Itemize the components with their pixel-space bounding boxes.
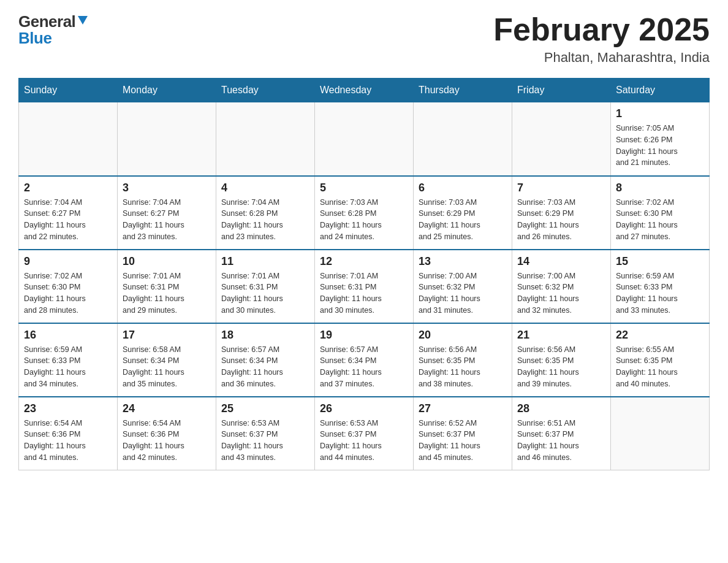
calendar-row-4: 23Sunrise: 6:54 AM Sunset: 6:36 PM Dayli… — [19, 397, 710, 470]
day-number-3: 3 — [123, 182, 211, 194]
calendar-cell-w3-d3: 19Sunrise: 6:57 AM Sunset: 6:34 PM Dayli… — [315, 323, 414, 397]
day-info-19: Sunrise: 6:57 AM Sunset: 6:34 PM Dayligh… — [320, 344, 408, 390]
day-number-10: 10 — [123, 255, 211, 268]
calendar-cell-w4-d5: 28Sunrise: 6:51 AM Sunset: 6:37 PM Dayli… — [512, 397, 611, 470]
day-number-2: 2 — [24, 182, 112, 194]
day-info-3: Sunrise: 7:04 AM Sunset: 6:27 PM Dayligh… — [123, 197, 211, 243]
header-saturday: Saturday — [611, 79, 710, 102]
calendar-cell-w0-d5 — [512, 102, 611, 176]
calendar-cell-w0-d1 — [118, 102, 216, 176]
calendar-cell-w1-d2: 4Sunrise: 7:04 AM Sunset: 6:28 PM Daylig… — [216, 176, 315, 250]
calendar-cell-w0-d0 — [19, 102, 118, 176]
calendar-cell-w2-d0: 9Sunrise: 7:02 AM Sunset: 6:30 PM Daylig… — [19, 250, 118, 323]
calendar-cell-w2-d4: 13Sunrise: 7:00 AM Sunset: 6:32 PM Dayli… — [414, 250, 512, 323]
calendar-cell-w4-d2: 25Sunrise: 6:53 AM Sunset: 6:37 PM Dayli… — [216, 397, 315, 470]
calendar-cell-w4-d3: 26Sunrise: 6:53 AM Sunset: 6:37 PM Dayli… — [315, 397, 414, 470]
calendar-cell-w0-d4 — [414, 102, 512, 176]
day-number-8: 8 — [616, 182, 704, 194]
day-info-2: Sunrise: 7:04 AM Sunset: 6:27 PM Dayligh… — [24, 197, 112, 243]
day-number-24: 24 — [123, 402, 211, 415]
day-number-22: 22 — [616, 329, 704, 342]
calendar-table: Sunday Monday Tuesday Wednesday Thursday… — [18, 78, 710, 470]
weekday-header-row: Sunday Monday Tuesday Wednesday Thursday… — [19, 79, 710, 102]
day-info-25: Sunrise: 6:53 AM Sunset: 6:37 PM Dayligh… — [221, 418, 309, 464]
day-number-21: 21 — [517, 329, 605, 342]
day-number-17: 17 — [123, 329, 211, 342]
calendar-cell-w2-d6: 15Sunrise: 6:59 AM Sunset: 6:33 PM Dayli… — [611, 250, 710, 323]
day-number-13: 13 — [419, 255, 507, 268]
calendar-cell-w1-d3: 5Sunrise: 7:03 AM Sunset: 6:28 PM Daylig… — [315, 176, 414, 250]
day-info-26: Sunrise: 6:53 AM Sunset: 6:37 PM Dayligh… — [320, 418, 408, 464]
calendar-cell-w4-d4: 27Sunrise: 6:52 AM Sunset: 6:37 PM Dayli… — [414, 397, 512, 470]
calendar-row-2: 9Sunrise: 7:02 AM Sunset: 6:30 PM Daylig… — [19, 250, 710, 323]
calendar-cell-w2-d2: 11Sunrise: 7:01 AM Sunset: 6:31 PM Dayli… — [216, 250, 315, 323]
logo-triangle-icon — [78, 16, 88, 25]
calendar-cell-w4-d1: 24Sunrise: 6:54 AM Sunset: 6:36 PM Dayli… — [118, 397, 216, 470]
day-info-4: Sunrise: 7:04 AM Sunset: 6:28 PM Dayligh… — [221, 197, 309, 243]
day-number-5: 5 — [320, 182, 408, 194]
day-info-20: Sunrise: 6:56 AM Sunset: 6:35 PM Dayligh… — [419, 344, 507, 390]
calendar-cell-w3-d4: 20Sunrise: 6:56 AM Sunset: 6:35 PM Dayli… — [414, 323, 512, 397]
day-info-21: Sunrise: 6:56 AM Sunset: 6:35 PM Dayligh… — [517, 344, 605, 390]
calendar-row-1: 2Sunrise: 7:04 AM Sunset: 6:27 PM Daylig… — [19, 176, 710, 250]
calendar-cell-w3-d2: 18Sunrise: 6:57 AM Sunset: 6:34 PM Dayli… — [216, 323, 315, 397]
calendar-cell-w1-d0: 2Sunrise: 7:04 AM Sunset: 6:27 PM Daylig… — [19, 176, 118, 250]
title-block: February 2025 Phaltan, Maharashtra, Indi… — [493, 12, 710, 66]
day-number-9: 9 — [24, 255, 112, 268]
day-info-15: Sunrise: 6:59 AM Sunset: 6:33 PM Dayligh… — [616, 270, 704, 316]
day-number-1: 1 — [616, 107, 704, 120]
day-info-16: Sunrise: 6:59 AM Sunset: 6:33 PM Dayligh… — [24, 344, 112, 390]
calendar-cell-w0-d3 — [315, 102, 414, 176]
day-info-1: Sunrise: 7:05 AM Sunset: 6:26 PM Dayligh… — [616, 123, 704, 169]
day-number-28: 28 — [517, 402, 605, 415]
day-number-25: 25 — [221, 402, 309, 415]
day-info-6: Sunrise: 7:03 AM Sunset: 6:29 PM Dayligh… — [419, 197, 507, 243]
day-info-7: Sunrise: 7:03 AM Sunset: 6:29 PM Dayligh… — [517, 197, 605, 243]
calendar-cell-w4-d0: 23Sunrise: 6:54 AM Sunset: 6:36 PM Dayli… — [19, 397, 118, 470]
calendar-cell-w3-d5: 21Sunrise: 6:56 AM Sunset: 6:35 PM Dayli… — [512, 323, 611, 397]
day-info-11: Sunrise: 7:01 AM Sunset: 6:31 PM Dayligh… — [221, 270, 309, 316]
calendar-cell-w2-d3: 12Sunrise: 7:01 AM Sunset: 6:31 PM Dayli… — [315, 250, 414, 323]
calendar-row-3: 16Sunrise: 6:59 AM Sunset: 6:33 PM Dayli… — [19, 323, 710, 397]
calendar-cell-w3-d6: 22Sunrise: 6:55 AM Sunset: 6:35 PM Dayli… — [611, 323, 710, 397]
calendar-cell-w0-d6: 1Sunrise: 7:05 AM Sunset: 6:26 PM Daylig… — [611, 102, 710, 176]
day-number-7: 7 — [517, 182, 605, 194]
day-info-17: Sunrise: 6:58 AM Sunset: 6:34 PM Dayligh… — [123, 344, 211, 390]
header-friday: Friday — [512, 79, 611, 102]
day-info-18: Sunrise: 6:57 AM Sunset: 6:34 PM Dayligh… — [221, 344, 309, 390]
logo: General Blue — [18, 12, 88, 48]
day-info-14: Sunrise: 7:00 AM Sunset: 6:32 PM Dayligh… — [517, 270, 605, 316]
day-number-11: 11 — [221, 255, 309, 268]
day-info-27: Sunrise: 6:52 AM Sunset: 6:37 PM Dayligh… — [419, 418, 507, 464]
logo-blue-text: Blue — [18, 29, 51, 47]
day-number-12: 12 — [320, 255, 408, 268]
day-number-23: 23 — [24, 402, 112, 415]
header-tuesday: Tuesday — [216, 79, 315, 102]
calendar-cell-w3-d1: 17Sunrise: 6:58 AM Sunset: 6:34 PM Dayli… — [118, 323, 216, 397]
day-info-8: Sunrise: 7:02 AM Sunset: 6:30 PM Dayligh… — [616, 197, 704, 243]
calendar-row-0: 1Sunrise: 7:05 AM Sunset: 6:26 PM Daylig… — [19, 102, 710, 176]
day-info-22: Sunrise: 6:55 AM Sunset: 6:35 PM Dayligh… — [616, 344, 704, 390]
day-number-26: 26 — [320, 402, 408, 415]
calendar-cell-w1-d6: 8Sunrise: 7:02 AM Sunset: 6:30 PM Daylig… — [611, 176, 710, 250]
day-info-23: Sunrise: 6:54 AM Sunset: 6:36 PM Dayligh… — [24, 418, 112, 464]
day-number-19: 19 — [320, 329, 408, 342]
month-title: February 2025 — [493, 12, 710, 47]
page-header: General Blue February 2025 Phaltan, Maha… — [18, 12, 710, 66]
calendar-cell-w0-d2 — [216, 102, 315, 176]
header-monday: Monday — [118, 79, 216, 102]
calendar-cell-w1-d1: 3Sunrise: 7:04 AM Sunset: 6:27 PM Daylig… — [118, 176, 216, 250]
day-number-20: 20 — [419, 329, 507, 342]
calendar-cell-w1-d4: 6Sunrise: 7:03 AM Sunset: 6:29 PM Daylig… — [414, 176, 512, 250]
calendar-cell-w1-d5: 7Sunrise: 7:03 AM Sunset: 6:29 PM Daylig… — [512, 176, 611, 250]
day-number-16: 16 — [24, 329, 112, 342]
day-number-27: 27 — [419, 402, 507, 415]
header-wednesday: Wednesday — [315, 79, 414, 102]
day-info-12: Sunrise: 7:01 AM Sunset: 6:31 PM Dayligh… — [320, 270, 408, 316]
header-thursday: Thursday — [414, 79, 512, 102]
day-number-15: 15 — [616, 255, 704, 268]
calendar-cell-w3-d0: 16Sunrise: 6:59 AM Sunset: 6:33 PM Dayli… — [19, 323, 118, 397]
day-info-10: Sunrise: 7:01 AM Sunset: 6:31 PM Dayligh… — [123, 270, 211, 316]
header-sunday: Sunday — [19, 79, 118, 102]
day-info-13: Sunrise: 7:00 AM Sunset: 6:32 PM Dayligh… — [419, 270, 507, 316]
